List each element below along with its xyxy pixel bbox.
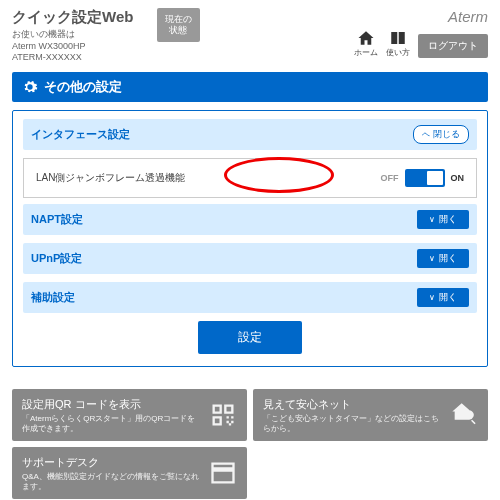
close-button[interactable]: ヘ閉じる: [413, 125, 469, 144]
status-l1: 現在の: [165, 14, 192, 25]
settings-panel: インタフェース設定 ヘ閉じる LAN側ジャンボフレーム透過機能 OFF ON N…: [12, 110, 488, 367]
aux-open-button[interactable]: ∨開く: [417, 288, 469, 307]
gear-icon: [22, 79, 38, 95]
safety-tile[interactable]: 見えて安心ネット 「こども安心ネットタイマー」などの設定はこちらから。: [253, 389, 488, 441]
jumbo-frame-toggle[interactable]: [405, 169, 445, 187]
qr-desc: 「AtermらくらくQRスタート」用のQRコードを作成できます。: [22, 414, 203, 433]
chevron-down-icon: ∨: [429, 215, 435, 224]
window-icon: [209, 459, 237, 487]
home-label: ホーム: [354, 47, 378, 58]
chevron-up-icon: ヘ: [422, 129, 430, 140]
usage-link[interactable]: 使い方: [386, 29, 410, 58]
status-l2: 状態: [165, 25, 192, 36]
napt-title: NAPT設定: [31, 212, 83, 227]
jumbo-frame-label: LAN側ジャンボフレーム透過機能: [36, 171, 185, 185]
jumbo-frame-row: LAN側ジャンボフレーム透過機能 OFF ON: [23, 158, 477, 198]
close-label: 閉じる: [433, 128, 460, 141]
qr-title: 設定用QR コードを表示: [22, 397, 203, 412]
book-icon: [388, 29, 408, 47]
safety-title: 見えて安心ネット: [263, 397, 444, 412]
qr-tile[interactable]: 設定用QR コードを表示 「AtermらくらくQRスタート」用のQRコードを作成…: [12, 389, 247, 441]
upnp-open-button[interactable]: ∨開く: [417, 249, 469, 268]
upnp-title: UPnP設定: [31, 251, 82, 266]
section-title: その他の設定: [44, 78, 122, 96]
qr-icon: [209, 401, 237, 429]
interface-title: インタフェース設定: [31, 127, 130, 142]
napt-row: NAPT設定 ∨開く: [23, 204, 477, 235]
open-label: 開く: [439, 213, 457, 226]
napt-open-button[interactable]: ∨開く: [417, 210, 469, 229]
toggle-off-label: OFF: [381, 173, 399, 183]
device-id: ATERM-XXXXXX: [12, 52, 147, 64]
current-status-button[interactable]: 現在の 状態: [157, 8, 200, 42]
device-label: お使いの機器は: [12, 29, 147, 41]
support-title: サポートデスク: [22, 455, 203, 470]
interface-header: インタフェース設定 ヘ閉じる: [23, 119, 477, 150]
open-label: 開く: [439, 291, 457, 304]
highlight-annotation: [224, 157, 334, 193]
chevron-down-icon: ∨: [429, 293, 435, 302]
brand-logo: Aterm: [354, 8, 488, 25]
magnify-home-icon: [450, 401, 478, 429]
aux-title: 補助設定: [31, 290, 75, 305]
page-title: クイック設定Web: [12, 8, 147, 27]
safety-desc: 「こども安心ネットタイマー」などの設定はこちらから。: [263, 414, 444, 433]
apply-button[interactable]: 設定: [198, 321, 302, 354]
logout-button[interactable]: ログアウト: [418, 34, 488, 58]
toggle-knob: [427, 171, 443, 185]
section-header: その他の設定: [12, 72, 488, 102]
aux-row: 補助設定 ∨開く: [23, 282, 477, 313]
home-link[interactable]: ホーム: [354, 29, 378, 58]
home-icon: [356, 29, 376, 47]
device-info: お使いの機器は Aterm WX3000HP ATERM-XXXXXX: [12, 29, 147, 64]
support-tile[interactable]: サポートデスク Q&A、機能別設定ガイドなどの情報をご覧になれます。: [12, 447, 247, 499]
support-desc: Q&A、機能別設定ガイドなどの情報をご覧になれます。: [22, 472, 203, 491]
jumbo-frame-toggle-wrap: OFF ON: [381, 169, 465, 187]
device-model: Aterm WX3000HP: [12, 41, 147, 53]
open-label: 開く: [439, 252, 457, 265]
chevron-down-icon: ∨: [429, 254, 435, 263]
upnp-row: UPnP設定 ∨開く: [23, 243, 477, 274]
usage-label: 使い方: [386, 47, 410, 58]
toggle-on-label: ON: [451, 173, 465, 183]
